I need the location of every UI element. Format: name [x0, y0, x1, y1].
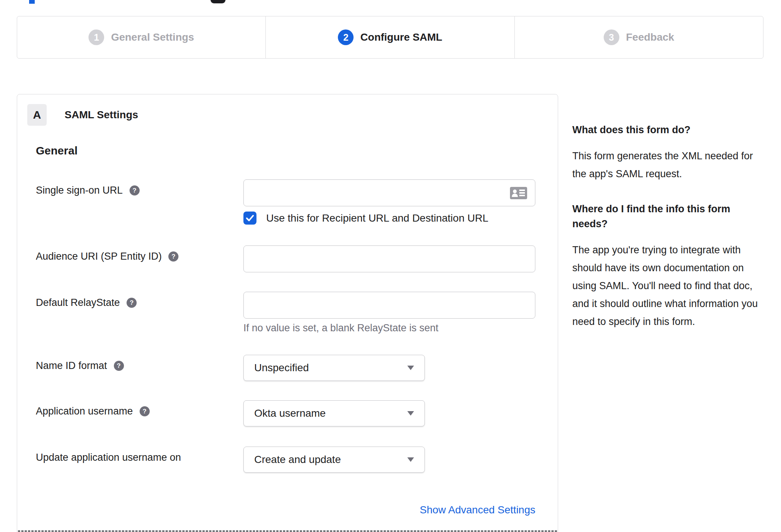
step-number-badge: 1 [88, 29, 104, 45]
saml-settings-panel: A SAML Settings General Single sign-on U… [17, 94, 558, 532]
step-configure-saml[interactable]: 2 Configure SAML [265, 16, 514, 58]
panel-title: SAML Settings [65, 109, 138, 121]
recipient-url-checkbox-label[interactable]: Use this for Recipient URL and Destinati… [266, 212, 488, 224]
clipped-title-fragment-dark [211, 0, 225, 3]
update-application-username-row: Update application username on Create an… [36, 447, 551, 473]
step-feedback[interactable]: 3 Feedback [514, 16, 763, 58]
help-icon[interactable]: ? [168, 251, 178, 262]
help-question-1: What does this form do? [572, 122, 761, 137]
update-application-username-select[interactable]: Create and update [243, 447, 425, 473]
relaystate-helper-text: If no value is set, a blank RelayState i… [243, 322, 551, 334]
wizard-stepper: 1 General Settings 2 Configure SAML 3 Fe… [17, 16, 763, 59]
recipient-url-checkbox[interactable] [243, 212, 256, 225]
step-label: Feedback [626, 31, 674, 43]
single-sign-on-url-input[interactable] [243, 179, 535, 206]
name-id-format-value: Unspecified [254, 362, 309, 374]
audience-uri-row: Audience URI (SP Entity ID) ? [36, 245, 551, 272]
dashed-section-divider [18, 531, 557, 532]
section-a-badge: A [27, 104, 47, 126]
advanced-settings-row: Show Advanced Settings [36, 473, 551, 516]
help-answer-2: The app you're trying to integrate with … [572, 241, 761, 331]
help-answer-1: This form generates the XML needed for t… [572, 147, 761, 183]
default-relaystate-label: Default RelayState [36, 296, 120, 309]
chevron-down-icon [407, 457, 414, 462]
help-icon[interactable]: ? [130, 185, 140, 195]
single-sign-on-url-row: Single sign-on URL ? [36, 179, 551, 206]
audience-uri-label: Audience URI (SP Entity ID) [36, 250, 162, 263]
contact-card-icon[interactable] [510, 187, 527, 201]
help-icon[interactable]: ? [127, 298, 137, 308]
step-label: General Settings [111, 31, 194, 43]
name-id-format-row: Name ID format ? Unspecified [36, 355, 551, 381]
name-id-format-label: Name ID format [36, 359, 107, 372]
help-icon[interactable]: ? [140, 406, 150, 416]
recipient-url-checkbox-row: Use this for Recipient URL and Destinati… [243, 212, 551, 225]
update-application-username-label: Update application username on [36, 451, 181, 464]
general-section-heading: General [36, 144, 558, 157]
help-icon[interactable]: ? [114, 361, 124, 371]
audience-uri-input[interactable] [243, 245, 535, 272]
step-label: Configure SAML [360, 31, 442, 43]
application-username-label: Application username [36, 405, 133, 417]
default-relaystate-row: Default RelayState ? If no value is set,… [36, 292, 551, 334]
update-application-username-value: Create and update [254, 454, 341, 466]
application-username-row: Application username ? Okta username [36, 400, 551, 426]
clipped-title-fragment-blue [29, 0, 35, 4]
saml-form: Single sign-on URL ? [17, 179, 558, 516]
step-number-badge: 2 [338, 29, 354, 45]
show-advanced-settings-link[interactable]: Show Advanced Settings [420, 504, 535, 516]
checkmark-icon [245, 213, 255, 223]
single-sign-on-url-label: Single sign-on URL [36, 184, 123, 197]
help-question-2: Where do I find the info this form needs… [572, 201, 761, 231]
chevron-down-icon [407, 366, 414, 370]
application-username-value: Okta username [254, 407, 326, 419]
help-sidebar: What does this form do? This form genera… [572, 122, 761, 331]
step-number-badge: 3 [604, 29, 619, 45]
application-username-select[interactable]: Okta username [243, 400, 425, 426]
default-relaystate-input[interactable] [243, 292, 535, 319]
name-id-format-select[interactable]: Unspecified [243, 355, 425, 381]
panel-header: A SAML Settings [17, 94, 558, 126]
chevron-down-icon [407, 411, 414, 416]
step-general-settings[interactable]: 1 General Settings [17, 16, 265, 58]
